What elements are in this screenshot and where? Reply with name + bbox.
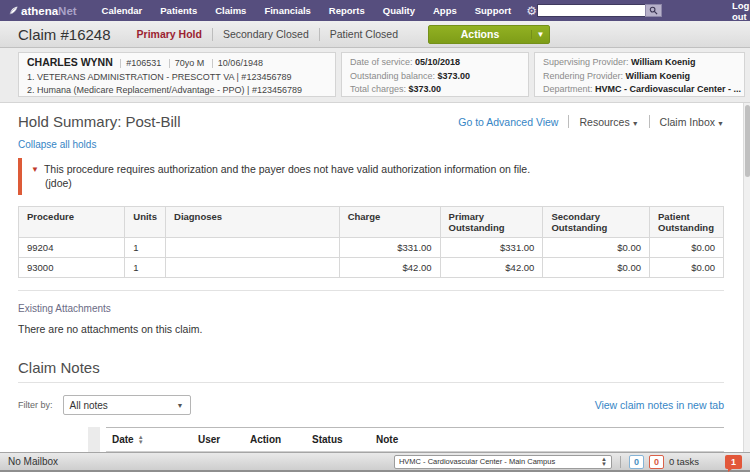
hold-alert: ▼ This procedure requires authorization … bbox=[18, 158, 724, 195]
filter-by-label: Filter by: bbox=[18, 400, 53, 410]
top-nav: athenaNet Calendar Patients Claims Finan… bbox=[0, 0, 750, 21]
patient-id: #106531 bbox=[126, 58, 161, 68]
resources-menu[interactable]: Resources▼ bbox=[579, 116, 638, 128]
actions-button-label: Actions bbox=[429, 28, 531, 40]
footer-bar: No Mailbox HVMC - Cardiovascular Center … bbox=[0, 452, 750, 472]
divider bbox=[319, 28, 320, 41]
nav-item-quality[interactable]: Quality bbox=[383, 5, 415, 16]
cell-primary: $42.00 bbox=[440, 258, 543, 278]
cell-units: 1 bbox=[125, 258, 166, 278]
main-content: Hold Summary: Post-Bill Go to Advanced V… bbox=[0, 103, 750, 452]
dos-label: Date of service: bbox=[350, 57, 413, 67]
cell-secondary: $0.00 bbox=[543, 258, 650, 278]
patient-age-sex: 70yo M bbox=[175, 58, 205, 68]
cell-primary: $331.00 bbox=[440, 238, 543, 258]
nav-item-reports[interactable]: Reports bbox=[329, 5, 365, 16]
procedure-table: Procedure Units Diagnoses Charge Primary… bbox=[18, 206, 724, 278]
claim-header-bar: Claim #16248 Primary Hold Secondary Clos… bbox=[0, 21, 750, 48]
hold-alert-text: This procedure requires authorization an… bbox=[44, 163, 530, 176]
attachments-empty-text: There are no attachments on this claim. bbox=[18, 323, 724, 335]
chevron-down-icon: ▼ bbox=[632, 120, 639, 127]
status-patient-closed: Patient Closed bbox=[330, 28, 398, 40]
search-button[interactable] bbox=[645, 4, 662, 17]
col-primary-outstanding: Primary Outstanding bbox=[440, 207, 543, 238]
cell-secondary: $0.00 bbox=[543, 238, 650, 258]
col-units: Units bbox=[125, 207, 166, 238]
chat-notification-icon[interactable]: 1 bbox=[725, 455, 742, 469]
cell-patient: $0.00 bbox=[650, 238, 724, 258]
counter-badge-blue[interactable]: 0 bbox=[629, 455, 644, 469]
col-date[interactable]: Date▲▼ bbox=[106, 428, 192, 452]
notes-filter-select[interactable]: All notes ▼ bbox=[63, 395, 191, 415]
divider bbox=[212, 28, 213, 41]
col-secondary-outstanding: Secondary Outstanding bbox=[543, 207, 650, 238]
gear-icon[interactable]: ⚙ bbox=[526, 4, 537, 18]
status-secondary-closed: Secondary Closed bbox=[223, 28, 309, 40]
rendering-label: Rendering Provider: bbox=[543, 71, 623, 81]
nav-item-financials[interactable]: Financials bbox=[264, 5, 310, 16]
department-value: HVMC - Cardiovascular Center - ... bbox=[595, 84, 741, 94]
col-patient-outstanding: Patient Outstanding bbox=[650, 207, 724, 238]
charges-value: $373.00 bbox=[409, 84, 442, 94]
claim-title: Claim #16248 bbox=[18, 26, 111, 43]
actions-button[interactable]: Actions ▼ bbox=[428, 25, 550, 44]
cell-procedure: 93000 bbox=[19, 258, 125, 278]
cell-diagnoses bbox=[166, 238, 340, 258]
chevron-down-icon: ▼ bbox=[177, 402, 184, 409]
athenanet-logo[interactable]: athenaNet bbox=[8, 5, 77, 17]
department-select[interactable]: HVMC - Cardiovascular Center - Main Camp… bbox=[394, 455, 612, 469]
hold-summary-title: Hold Summary: Post-Bill bbox=[18, 113, 458, 130]
patient-search-box bbox=[537, 4, 645, 17]
col-note: Note bbox=[370, 428, 724, 452]
claim-notes-title: Claim Notes bbox=[18, 359, 724, 383]
col-charge: Charge bbox=[339, 207, 440, 238]
claim-notes-table: Date▲▼ User Action Status Note 05/11/201… bbox=[106, 427, 724, 452]
balance-value: $373.00 bbox=[438, 71, 471, 81]
cell-units: 1 bbox=[125, 238, 166, 258]
updown-icon: ▲▼ bbox=[601, 457, 607, 467]
brand-net: Net bbox=[58, 5, 77, 17]
logout-link[interactable]: Log out bbox=[732, 0, 749, 22]
procedure-header-row: Procedure Units Diagnoses Charge Primary… bbox=[19, 207, 724, 238]
cell-charge: $42.00 bbox=[339, 258, 440, 278]
claim-billing-box: Date of service: 05/10/2018 Outstanding … bbox=[341, 52, 529, 97]
insurance-primary: 1. VETERANS ADMINISTRATION - PRESCOTT VA… bbox=[27, 71, 327, 85]
notes-filter-value: All notes bbox=[70, 400, 177, 411]
col-action: Action bbox=[244, 428, 306, 452]
notes-header-row: Date▲▼ User Action Status Note bbox=[106, 428, 724, 452]
notes-timeline: Claim Created 05/11/2018 bbox=[18, 427, 88, 452]
patient-identity-box: CHARLES WYNN #106531 70yo M 10/06/1948 1… bbox=[18, 52, 336, 97]
nav-item-patients[interactable]: Patients bbox=[160, 5, 197, 16]
sort-icon[interactable]: ▲▼ bbox=[138, 435, 144, 445]
department-label: Department: bbox=[543, 84, 593, 94]
table-row: 99204 1 $331.00 $331.00 $0.00 $0.00 bbox=[19, 238, 724, 258]
view-notes-new-tab-link[interactable]: View claim notes in new tab bbox=[595, 399, 724, 411]
nav-item-claims[interactable]: Claims bbox=[215, 5, 246, 16]
rendering-value: William Koenig bbox=[626, 71, 690, 81]
supervising-value: William Koenig bbox=[631, 57, 695, 67]
nav-item-apps[interactable]: Apps bbox=[433, 5, 457, 16]
charges-label: Total charges: bbox=[350, 84, 406, 94]
cell-diagnoses bbox=[166, 258, 340, 278]
nav-item-support[interactable]: Support bbox=[475, 5, 511, 16]
claim-inbox-menu[interactable]: Claim Inbox▼ bbox=[660, 116, 724, 128]
col-user: User bbox=[192, 428, 244, 452]
advanced-view-link[interactable]: Go to Advanced View bbox=[458, 116, 558, 128]
search-input[interactable] bbox=[540, 5, 654, 16]
existing-attachments-title: Existing Attachments bbox=[18, 303, 724, 314]
search-icon bbox=[649, 6, 658, 15]
tasks-count: 0 tasks bbox=[669, 456, 699, 467]
insurance-secondary: 2. Humana (Medicare Replacement/Advantag… bbox=[27, 84, 327, 97]
cell-procedure: 99204 bbox=[19, 238, 125, 258]
chevron-down-icon: ▼ bbox=[717, 120, 724, 127]
patient-summary-strip: CHARLES WYNN #106531 70yo M 10/06/1948 1… bbox=[0, 48, 750, 103]
counter-badge-red[interactable]: 0 bbox=[649, 455, 664, 469]
collapse-all-holds-link[interactable]: Collapse all holds bbox=[18, 139, 96, 150]
provider-box: Supervising Provider: William Koenig Ren… bbox=[534, 52, 745, 97]
vertical-scrollbar[interactable] bbox=[743, 103, 750, 452]
scrollbar-thumb[interactable] bbox=[745, 105, 750, 177]
collapse-triangle-icon[interactable]: ▼ bbox=[31, 163, 39, 176]
section-divider bbox=[18, 290, 724, 291]
table-row: 93000 1 $42.00 $42.00 $0.00 $0.00 bbox=[19, 258, 724, 278]
nav-item-calendar[interactable]: Calendar bbox=[102, 5, 143, 16]
